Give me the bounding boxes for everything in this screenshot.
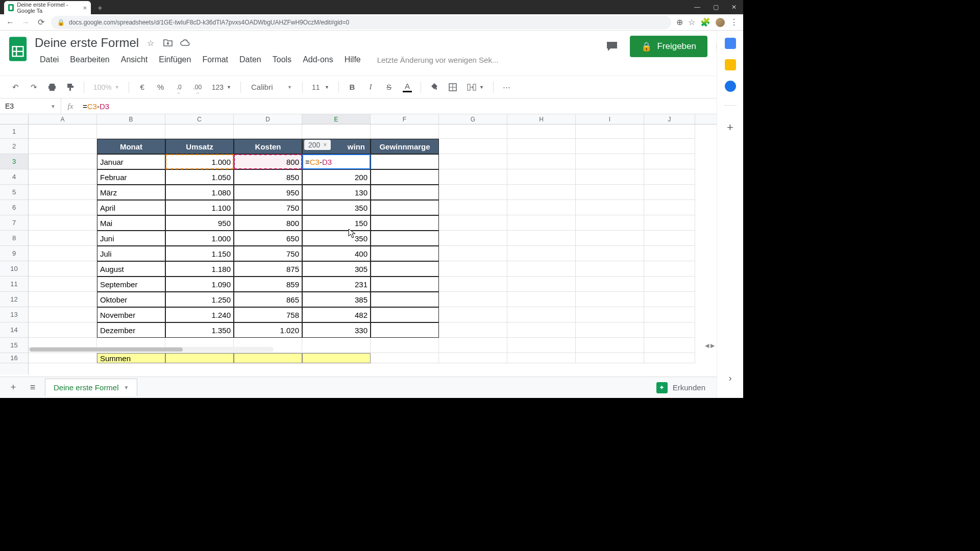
minimize-button[interactable]: —: [688, 0, 706, 14]
text-color-button[interactable]: A: [399, 79, 415, 95]
redo-button[interactable]: ↷: [26, 79, 42, 95]
strikethrough-button[interactable]: S: [381, 79, 397, 95]
close-tab-icon[interactable]: ×: [83, 4, 87, 12]
formula-input[interactable]: =C3-D3: [80, 102, 743, 111]
col-header-d[interactable]: D: [234, 114, 302, 124]
col-header-h[interactable]: H: [507, 114, 576, 124]
keep-addon-icon[interactable]: [725, 59, 736, 70]
header-gewinnmarge[interactable]: Gewinnmarge: [371, 139, 439, 154]
row-header-4[interactable]: 4: [0, 169, 28, 185]
header-umsatz[interactable]: Umsatz: [165, 139, 234, 154]
header-kosten[interactable]: Kosten: [234, 139, 302, 154]
row-header-9[interactable]: 9: [0, 246, 28, 261]
col-header-b[interactable]: B: [97, 114, 165, 124]
more-toolbar-button[interactable]: ⋯: [499, 79, 515, 95]
explore-button[interactable]: Erkunden: [656, 382, 710, 393]
col-header-g[interactable]: G: [439, 114, 507, 124]
number-format-select[interactable]: 123▼: [208, 83, 235, 91]
header-monat[interactable]: Monat: [97, 139, 165, 154]
row-header-5[interactable]: 5: [0, 185, 28, 200]
profile-ext-icon[interactable]: [716, 18, 725, 27]
menu-addons[interactable]: Add-ons: [298, 53, 338, 66]
browser-tab[interactable]: Deine erste Formel - Google Ta ×: [4, 1, 91, 14]
decrease-decimal-button[interactable]: .0←: [171, 79, 187, 95]
row-header-12[interactable]: 12: [0, 292, 28, 307]
add-sheet-button[interactable]: +: [6, 381, 20, 395]
col-header-c[interactable]: C: [165, 114, 234, 124]
col-header-e[interactable]: E: [302, 114, 371, 124]
share-button[interactable]: 🔒 Freigeben: [630, 36, 707, 57]
active-cell-editor[interactable]: =C3-D3: [302, 154, 371, 169]
menu-format[interactable]: Format: [197, 53, 233, 66]
zoom-icon[interactable]: ⊕: [676, 17, 683, 27]
all-sheets-button[interactable]: ≡: [26, 381, 40, 395]
menu-einfuegen[interactable]: Einfügen: [154, 53, 196, 66]
name-box[interactable]: E3 ▼: [0, 98, 61, 114]
row-header-3[interactable]: 3: [0, 154, 28, 169]
get-addons-button[interactable]: +: [727, 121, 733, 134]
close-preview-icon[interactable]: ×: [323, 141, 327, 148]
percent-button[interactable]: %: [153, 79, 169, 95]
calendar-addon-icon[interactable]: [725, 38, 736, 49]
tasks-addon-icon[interactable]: [725, 81, 736, 92]
sheet-tab-active[interactable]: Deine erste Formel ▼: [45, 379, 137, 396]
last-edit-text[interactable]: Letzte Änderung vor wenigen Sek...: [372, 54, 504, 66]
url-input[interactable]: 🔒 docs.google.com/spreadsheets/d/1GE-twI…: [51, 16, 671, 29]
zoom-select[interactable]: 100%▼: [89, 83, 124, 91]
row-headers[interactable]: 1 2 3 4 5 6 7 8 9 10 11 12 13 14 15 16: [0, 124, 29, 374]
star-icon[interactable]: ☆: [145, 37, 156, 48]
paint-format-button[interactable]: [62, 79, 79, 95]
menu-datei[interactable]: Datei: [35, 53, 64, 66]
sheet-nav-arrows[interactable]: ◀ ▶: [705, 342, 715, 349]
close-window-button[interactable]: ✕: [725, 0, 743, 14]
namebox-dropdown-icon[interactable]: ▼: [51, 104, 56, 109]
reload-button[interactable]: ⟳: [36, 17, 46, 28]
cloud-status-icon[interactable]: [180, 37, 191, 48]
row-header-11[interactable]: 11: [0, 277, 28, 292]
col-header-j[interactable]: J: [644, 114, 695, 124]
column-headers[interactable]: A B C D E F G H I J: [0, 114, 743, 124]
row-header-1[interactable]: 1: [0, 124, 28, 139]
row-header-13[interactable]: 13: [0, 307, 28, 322]
new-tab-button[interactable]: +: [94, 2, 106, 14]
row-header-2[interactable]: 2: [0, 139, 28, 154]
undo-button[interactable]: ↶: [7, 79, 23, 95]
move-icon[interactable]: [162, 37, 174, 48]
row-header-15[interactable]: 15: [0, 338, 28, 353]
print-button[interactable]: [44, 79, 60, 95]
menu-daten[interactable]: Daten: [234, 53, 266, 66]
row-header-14[interactable]: 14: [0, 322, 28, 338]
summen-label[interactable]: Summen: [97, 353, 165, 363]
select-all-corner[interactable]: [0, 114, 29, 124]
menu-tools[interactable]: Tools: [267, 53, 297, 66]
back-button[interactable]: ←: [5, 17, 15, 28]
forward-button[interactable]: →: [20, 17, 31, 28]
bold-button[interactable]: B: [344, 79, 360, 95]
italic-button[interactable]: I: [362, 79, 379, 95]
extensions-icon[interactable]: 🧩: [700, 17, 710, 27]
font-size-select[interactable]: 11▼: [308, 83, 333, 91]
col-header-i[interactable]: I: [576, 114, 644, 124]
bookmark-icon[interactable]: ☆: [688, 17, 695, 27]
doc-title[interactable]: Deine erste Formel: [35, 36, 139, 50]
menu-bearbeiten[interactable]: Bearbeiten: [65, 53, 114, 66]
spreadsheet-grid[interactable]: A B C D E F G H I J 1 2 3 4 5 6 7 8 9 10: [0, 114, 743, 374]
horizontal-scrollbar[interactable]: [29, 347, 274, 352]
menu-ansicht[interactable]: Ansicht: [116, 53, 153, 66]
row-header-8[interactable]: 8: [0, 231, 28, 246]
row-header-6[interactable]: 6: [0, 200, 28, 215]
chrome-menu-icon[interactable]: ⋮: [730, 17, 738, 27]
sheet-tab-menu-icon[interactable]: ▼: [124, 385, 129, 390]
font-select[interactable]: Calibri▼: [246, 83, 297, 91]
sheets-logo[interactable]: [8, 36, 28, 62]
borders-button[interactable]: [445, 79, 461, 95]
increase-decimal-button[interactable]: .00→: [189, 79, 206, 95]
row-header-7[interactable]: 7: [0, 215, 28, 231]
menu-hilfe[interactable]: Hilfe: [339, 53, 366, 66]
fill-color-button[interactable]: [426, 79, 443, 95]
merge-button[interactable]: ▼: [463, 84, 488, 91]
row-header-10[interactable]: 10: [0, 261, 28, 277]
col-header-f[interactable]: F: [371, 114, 439, 124]
comments-button[interactable]: [603, 38, 621, 55]
currency-button[interactable]: €: [134, 79, 151, 95]
